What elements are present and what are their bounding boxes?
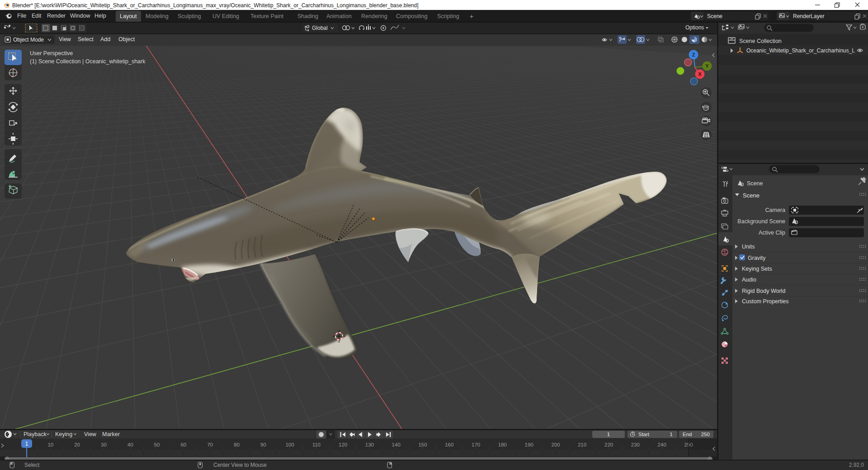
svg-text:Rigid Body World: Rigid Body World (742, 288, 785, 294)
svg-text:140: 140 (392, 442, 401, 447)
svg-text:Keying: Keying (55, 431, 72, 437)
svg-text:End: End (683, 432, 692, 437)
svg-text:120: 120 (339, 442, 347, 447)
svg-text:Marker: Marker (102, 431, 120, 437)
svg-text:230: 230 (631, 442, 640, 447)
svg-text:90: 90 (260, 442, 266, 447)
svg-text:Z: Z (692, 52, 695, 57)
svg-text:(1) Scene Collection | Oceanic: (1) Scene Collection | Oceanic_whitetip_… (30, 58, 146, 65)
svg-text:Center View to Mouse: Center View to Mouse (213, 462, 267, 468)
svg-text:2.92.0: 2.92.0 (849, 462, 864, 468)
svg-text:110: 110 (312, 442, 321, 447)
svg-text:220: 220 (604, 442, 613, 447)
svg-text:Scene: Scene (747, 180, 763, 187)
svg-text:20: 20 (74, 442, 80, 447)
svg-text:50: 50 (154, 442, 160, 447)
svg-text:180: 180 (498, 442, 507, 447)
svg-text:10: 10 (47, 442, 53, 447)
svg-text:100: 100 (285, 442, 294, 447)
svg-text:RenderLayer: RenderLayer (793, 13, 824, 19)
svg-text:Start: Start (638, 432, 650, 437)
svg-text:Gravity: Gravity (748, 255, 766, 261)
svg-text:Units: Units (742, 244, 755, 250)
svg-text:Audio: Audio (742, 277, 756, 283)
svg-text:Active Clip: Active Clip (759, 230, 785, 236)
svg-text:240: 240 (658, 442, 666, 447)
svg-text:Camera: Camera (765, 207, 786, 213)
svg-text:80: 80 (234, 442, 240, 447)
svg-text:View: View (84, 431, 97, 437)
svg-text:Background Scene: Background Scene (737, 218, 785, 225)
svg-text:1: 1 (607, 432, 610, 437)
svg-text:40: 40 (127, 442, 133, 447)
svg-text:210: 210 (578, 442, 586, 447)
svg-text:170: 170 (472, 442, 480, 447)
svg-text:Playback: Playback (24, 431, 47, 437)
svg-text:1: 1 (25, 441, 28, 447)
svg-text:130: 130 (365, 442, 374, 447)
svg-text:X: X (698, 71, 702, 77)
svg-text:Custom Properties: Custom Properties (742, 298, 789, 305)
svg-text:150: 150 (418, 442, 427, 447)
svg-text:Select: Select (24, 462, 40, 468)
svg-text:1: 1 (670, 432, 673, 437)
svg-text:160: 160 (445, 442, 453, 447)
svg-text:User Perspective: User Perspective (30, 50, 73, 56)
svg-text:Global: Global (312, 25, 328, 31)
svg-text:Scene: Scene (707, 13, 722, 19)
svg-text:Oceanic_Whitetip_Shark_or_Carc: Oceanic_Whitetip_Shark_or_Carcharhinus_L (746, 47, 855, 54)
svg-text:Y: Y (705, 63, 709, 69)
svg-text:30: 30 (101, 442, 107, 447)
svg-text:Object Mode: Object Mode (13, 37, 44, 43)
svg-text:60: 60 (180, 442, 186, 447)
svg-text:Scene: Scene (743, 192, 760, 199)
svg-text:190: 190 (525, 442, 533, 447)
svg-text:200: 200 (551, 442, 560, 447)
svg-text:Scene Collection: Scene Collection (739, 38, 782, 44)
svg-text:250: 250 (701, 432, 710, 437)
svg-text:70: 70 (207, 442, 213, 447)
svg-text:Keying Sets: Keying Sets (742, 266, 772, 272)
